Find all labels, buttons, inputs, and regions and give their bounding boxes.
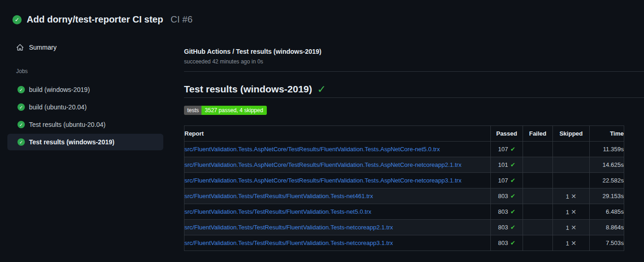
time-cell: 8.864s — [590, 220, 624, 235]
divider — [184, 97, 644, 98]
job-breadcrumb-title: GitHub Actions / Test results (windows-2… — [184, 48, 644, 55]
failed-cell — [523, 204, 553, 220]
run-status-check-icon: ✓ — [12, 15, 22, 24]
failed-cell — [523, 157, 553, 173]
report-link[interactable]: src/FluentValidation.Tests.AspNetCore/Te… — [184, 146, 440, 153]
job-label: build (ubuntu-20.04) — [29, 103, 86, 111]
sidebar-item-test-results-ubuntu-2004[interactable]: ✓ Test results (ubuntu-20.04) — [7, 116, 163, 133]
time-cell: 11.359s — [590, 142, 624, 157]
home-icon — [16, 44, 24, 51]
job-success-icon: ✓ — [17, 138, 25, 146]
sidebar: Summary Jobs ✓ build (windows-2019) ✓ bu… — [0, 25, 184, 151]
table-row: src/FluentValidation.Tests.AspNetCore/Te… — [184, 157, 624, 173]
check-icon: ✔ — [510, 239, 515, 246]
sidebar-job-list: ✓ build (windows-2019) ✓ build (ubuntu-2… — [0, 81, 184, 150]
failed-cell — [523, 220, 553, 235]
sidebar-jobs-label: Jobs — [0, 67, 184, 76]
job-label: Test results (windows-2019) — [29, 138, 115, 146]
skipped-cell — [553, 142, 590, 157]
run-number: CI #6 — [171, 14, 193, 25]
heading-check-icon: ✓ — [317, 84, 326, 95]
failed-cell — [523, 142, 553, 157]
table-row: src/FluentValidation.Tests.AspNetCore/Te… — [184, 173, 624, 188]
cross-icon: ✕ — [571, 208, 576, 216]
column-header-report: Report — [184, 126, 491, 142]
passed-cell: 107✔ — [491, 173, 523, 188]
job-success-icon: ✓ — [17, 86, 25, 93]
main-content: GitHub Actions / Test results (windows-2… — [184, 25, 644, 251]
time-cell: 22.582s — [590, 173, 624, 188]
failed-cell — [523, 188, 553, 204]
table-row: src/FluentValidation.Tests/TestResults/F… — [184, 188, 624, 204]
time-cell: 29.153s — [590, 188, 624, 204]
sidebar-item-build-ubuntu-2004[interactable]: ✓ build (ubuntu-20.04) — [7, 99, 163, 115]
cross-icon: ✕ — [571, 193, 576, 200]
passed-cell: 101✔ — [491, 157, 523, 173]
table-row: src/FluentValidation.Tests/TestResults/F… — [184, 235, 624, 251]
column-header-failed: Failed — [523, 126, 553, 142]
table-header-row: Report Passed Failed Skipped Time — [184, 126, 624, 142]
skipped-cell: 1✕ — [553, 235, 590, 251]
table-row: src/FluentValidation.Tests/TestResults/F… — [184, 204, 624, 220]
check-icon: ✔ — [510, 161, 515, 168]
skipped-cell: 1✕ — [553, 204, 590, 220]
section-heading: Test results (windows-2019) — [184, 84, 312, 95]
report-link[interactable]: src/FluentValidation.Tests/TestResults/F… — [184, 193, 373, 199]
skipped-cell — [553, 173, 590, 188]
passed-cell: 107✔ — [491, 142, 523, 157]
column-header-time: Time — [590, 126, 624, 142]
tests-badge-label: tests — [184, 106, 201, 115]
check-icon: ✔ — [510, 208, 515, 215]
table-row: src/FluentValidation.Tests/TestResults/F… — [184, 220, 624, 235]
check-icon: ✔ — [510, 224, 515, 231]
failed-cell — [523, 173, 553, 188]
skipped-cell: 1✕ — [553, 188, 590, 204]
time-cell: 7.503s — [590, 235, 624, 251]
report-link[interactable]: src/FluentValidation.Tests/TestResults/F… — [184, 208, 371, 215]
skipped-cell: 1✕ — [553, 220, 590, 235]
column-header-passed: Passed — [491, 126, 523, 142]
tests-badge-value: 3527 passed, 4 skipped — [201, 106, 267, 115]
page-layout: Summary Jobs ✓ build (windows-2019) ✓ bu… — [0, 25, 644, 251]
passed-cell: 803✔ — [491, 220, 523, 235]
sidebar-item-summary[interactable]: Summary — [0, 39, 184, 56]
table-row: src/FluentValidation.Tests.AspNetCore/Te… — [184, 142, 624, 157]
report-link[interactable]: src/FluentValidation.Tests/TestResults/F… — [184, 239, 393, 246]
job-success-icon: ✓ — [17, 121, 25, 128]
passed-cell: 803✔ — [491, 235, 523, 251]
job-status-text: succeeded 42 minutes ago in 0s — [184, 58, 644, 65]
report-link[interactable]: src/FluentValidation.Tests.AspNetCore/Te… — [184, 161, 461, 168]
test-results-table: Report Passed Failed Skipped Time src/Fl… — [184, 125, 624, 251]
time-cell: 6.485s — [590, 204, 624, 220]
skipped-cell — [553, 157, 590, 173]
tests-badge: tests 3527 passed, 4 skipped — [184, 106, 267, 115]
passed-cell: 803✔ — [491, 188, 523, 204]
column-header-skipped: Skipped — [553, 126, 590, 142]
job-success-icon: ✓ — [17, 103, 25, 111]
check-icon: ✔ — [510, 193, 515, 199]
check-icon: ✔ — [510, 177, 515, 184]
time-cell: 14.625s — [590, 157, 624, 173]
run-header: ✓ Add dorny/test-reporter CI step CI #6 — [0, 0, 644, 25]
report-link[interactable]: src/FluentValidation.Tests/TestResults/F… — [184, 224, 393, 231]
check-icon: ✔ — [510, 146, 515, 153]
cross-icon: ✕ — [571, 224, 576, 231]
passed-cell: 803✔ — [491, 204, 523, 220]
failed-cell — [523, 235, 553, 251]
section-heading-row: Test results (windows-2019) ✓ — [184, 84, 644, 95]
run-title: Add dorny/test-reporter CI step — [27, 14, 163, 25]
sidebar-item-test-results-windows-2019[interactable]: ✓ Test results (windows-2019) — [7, 134, 163, 150]
sidebar-item-build-windows-2019[interactable]: ✓ build (windows-2019) — [7, 81, 163, 98]
report-link[interactable]: src/FluentValidation.Tests.AspNetCore/Te… — [184, 177, 461, 184]
divider — [184, 71, 644, 72]
job-label: build (windows-2019) — [29, 86, 90, 93]
job-label: Test results (ubuntu-20.04) — [29, 121, 106, 128]
cross-icon: ✕ — [571, 239, 576, 247]
sidebar-summary-label: Summary — [29, 44, 57, 51]
